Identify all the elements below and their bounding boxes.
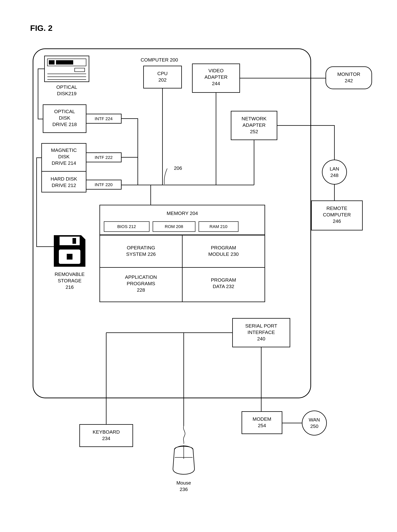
intf224-bus bbox=[121, 119, 138, 185]
mouse-icon bbox=[173, 426, 194, 474]
computer-title: COMPUTER 200 bbox=[141, 57, 178, 62]
optical-disk-drive-icon bbox=[44, 56, 89, 82]
floppy-icon bbox=[54, 235, 85, 267]
intf224-label: INTF 224 bbox=[95, 116, 112, 121]
hard-drive-block bbox=[42, 171, 86, 192]
wan-block bbox=[302, 411, 327, 435]
svg-rect-3 bbox=[56, 60, 73, 65]
removable-storage-label: REMOVABLESTORAGE216 bbox=[55, 272, 85, 290]
mouse-label: Mouse236 bbox=[176, 480, 191, 492]
intf220-label: INTF 220 bbox=[95, 182, 112, 187]
memory-title: MEMORY 204 bbox=[167, 211, 198, 216]
figure-label: FIG. 2 bbox=[30, 24, 53, 33]
bus-ref-label: 206 bbox=[174, 165, 182, 171]
svg-rect-8 bbox=[60, 237, 80, 245]
bus-ref-pointer bbox=[164, 169, 167, 184]
network-to-lan bbox=[277, 126, 335, 160]
rom-label: ROM 208 bbox=[165, 224, 183, 229]
optical-disk-label: OPTICALDISK219 bbox=[56, 84, 77, 96]
svg-rect-0 bbox=[44, 56, 89, 82]
svg-rect-2 bbox=[49, 60, 55, 65]
svg-rect-9 bbox=[73, 238, 76, 244]
lan-block bbox=[322, 160, 347, 184]
intf222-label: INTF 222 bbox=[95, 155, 112, 160]
svg-rect-11 bbox=[67, 254, 73, 260]
ram-label: RAM 210 bbox=[209, 224, 227, 229]
bios-label: BIOS 212 bbox=[117, 224, 136, 229]
